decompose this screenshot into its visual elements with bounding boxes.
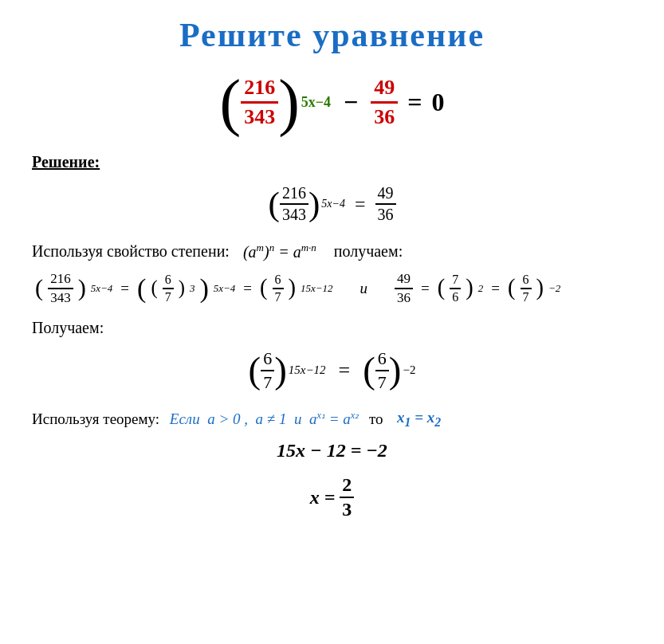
page-title: Решите уравнение xyxy=(32,16,632,54)
step1-equals: = xyxy=(355,194,366,215)
main-base-num: 216 xyxy=(241,76,278,104)
step2-base2: 6 7 xyxy=(375,348,389,393)
main-base-frac: 216 343 xyxy=(241,76,278,129)
main-rhs-den: 36 xyxy=(371,104,398,129)
answer-row: x = 2 3 xyxy=(32,474,632,520)
answer-label: x = xyxy=(310,487,336,509)
main-equation: ( 216 343 ) 5x−4 − 49 36 = 0 xyxy=(32,70,632,134)
expr-rhs-frac3: 6 7 xyxy=(521,273,532,304)
theorem-then: то xyxy=(369,410,383,428)
main-zero: 0 xyxy=(432,88,445,117)
left-paren-main: ( xyxy=(219,70,241,134)
answer-frac: 2 3 xyxy=(340,474,354,520)
expr-inner-frac: 6 7 xyxy=(163,273,174,304)
theorem-prefix: Используя теорему: xyxy=(32,410,159,428)
step2-equation: ( 6 7 ) 15x−12 = ( 6 7 ) −2 xyxy=(32,348,632,393)
step1-exp: 5x−4 xyxy=(321,198,345,210)
expr-final-frac: 6 7 xyxy=(273,273,284,304)
main-equals: = xyxy=(407,88,422,117)
expr-rhs-frac1: 49 36 xyxy=(395,271,413,306)
minus-sign: − xyxy=(344,88,358,117)
step2-base1: 6 7 xyxy=(261,348,274,393)
theorem-line: Используя теорему: Если a > 0 , a ≠ 1 и … xyxy=(32,409,632,430)
right-paren-main: ) xyxy=(278,70,300,134)
linear-equation: 15x − 12 = −2 xyxy=(32,440,632,461)
main-rhs-frac: 49 36 xyxy=(371,76,398,129)
expr-rhs-frac2: 7 6 xyxy=(450,273,461,304)
step1-rhs: 49 36 xyxy=(375,184,396,224)
step1-rhs-den: 36 xyxy=(375,205,396,224)
step1-base-den: 343 xyxy=(280,205,308,224)
expr-lhs-frac: 216 343 xyxy=(48,271,73,306)
theorem-result: x1 = x2 xyxy=(397,409,441,430)
expr-full-row: ( 216 343 ) 5x−4 = ( ( 6 7 ) 3 ) 5x−4 = … xyxy=(32,271,632,306)
property-formula: (am)n = am·n xyxy=(243,242,316,261)
main-rhs-num: 49 xyxy=(371,76,398,104)
theorem-formula: Если a > 0 , a ≠ 1 и ax₁ = ax₂ xyxy=(170,410,359,428)
poluchaem-label: Получаем: xyxy=(32,319,632,337)
property-line: Используя свойство степени: (am)n = am·n… xyxy=(32,242,632,261)
step1-base: 216 343 xyxy=(280,184,308,224)
step1-base-num: 216 xyxy=(280,184,308,205)
main-exponent: 5x−4 xyxy=(301,94,331,111)
step1-rhs-num: 49 xyxy=(375,184,396,205)
step1-equation: ( 216 343 ) 5x−4 = 49 36 xyxy=(32,184,632,224)
property-prefix: Используя свойство степени: xyxy=(32,242,230,261)
main-base-den: 343 xyxy=(241,104,278,129)
property-result: получаем: xyxy=(334,242,403,261)
solution-label: Решение: xyxy=(32,153,632,171)
